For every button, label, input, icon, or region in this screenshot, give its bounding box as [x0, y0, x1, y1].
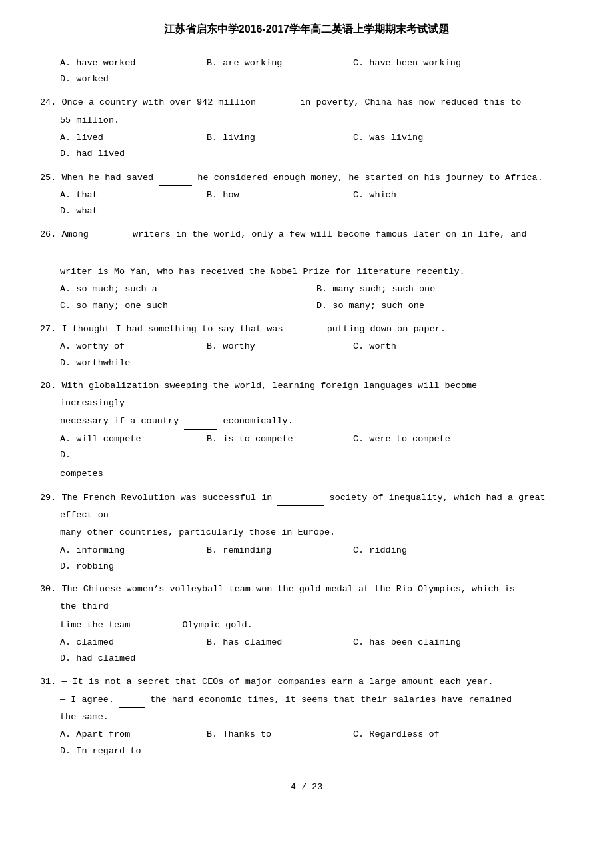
option-d: D. what [60, 203, 193, 219]
question-28: 28. With globalization sweeping the worl… [40, 378, 573, 483]
options-row: A. worthy of B. worthy C. worth D. worth… [60, 339, 573, 371]
question-options-23: A. have worked B. are working C. have be… [40, 55, 573, 88]
option-b: B. living [207, 130, 340, 146]
title-bold: 2016-2017 [239, 23, 290, 35]
question-text: 24. Once a country with over 942 million… [40, 94, 573, 111]
option-b: B. how [207, 187, 340, 203]
question-24: 24. Once a country with over 942 million… [40, 94, 573, 162]
options-row: A. Apart from B. Thanks to C. Regardless… [60, 727, 573, 759]
option-a: A. have worked [60, 55, 193, 71]
blank [159, 169, 192, 186]
title-suffix: 学年高二英语上学期期末考试试题 [289, 23, 449, 35]
question-text: 30. The Chinese women’s volleyball team … [40, 581, 573, 597]
continuation: effect on [60, 507, 573, 523]
blank-line [60, 245, 573, 261]
option-b: B. are working [207, 55, 340, 71]
line3: writer is Mo Yan, who has received the N… [60, 264, 573, 280]
question-30: 30. The Chinese women’s volleyball team … [40, 581, 573, 667]
option-a: A. lived [60, 130, 193, 146]
blank [94, 226, 127, 243]
option-a: A. that [60, 187, 193, 203]
options-row: A. will compete B. is to compete C. were… [60, 431, 573, 464]
continuation: 55 million. [60, 113, 573, 129]
options-row: A. lived B. living C. was living D. had … [60, 130, 573, 163]
options-row: A. that B. how C. which D. what [60, 187, 573, 220]
page-title: 江苏省启东中学2016-2017学年高二英语上学期期末考试试题 [40, 20, 573, 39]
blank [184, 413, 217, 429]
options-row: A. informing B. reminding C. ridding D. … [60, 543, 573, 575]
question-26: 26. Among writers in the world, only a f… [40, 226, 573, 313]
option-c: C. worth [353, 339, 486, 355]
option-b: B. Thanks to [207, 727, 340, 743]
option-a: A. claimed [60, 635, 193, 651]
option-d: D. worked [60, 71, 193, 87]
option-c: C. Regardless of [353, 727, 486, 743]
option-c: C. ridding [353, 543, 486, 559]
line3: necessary if a country economically. [60, 413, 573, 429]
option-d: D. [60, 447, 193, 463]
options-grid: A. so much; such a B. many such; such on… [60, 281, 573, 314]
option-c: C. has been claiming [353, 635, 486, 651]
option-c: C. have been working [353, 55, 486, 71]
page-label: 4 / 23 [291, 782, 323, 792]
option-c: C. were to compete [353, 431, 486, 447]
option-a: A. informing [60, 543, 193, 559]
option-c: C. which [353, 187, 486, 203]
question-25: 25. When he had saved he considered enou… [40, 169, 573, 220]
question-text: 26. Among writers in the world, only a f… [40, 226, 573, 243]
option-b: B. many such; such one [316, 281, 573, 297]
option-d: D. worthwhile [60, 355, 193, 371]
continuation: the same. [60, 709, 573, 725]
blank [119, 691, 145, 708]
blank [289, 321, 322, 337]
option-a: A. worthy of [60, 339, 193, 355]
question-27: 27. I thought I had something to say tha… [40, 321, 573, 371]
line3: many other countries, particularly those… [60, 525, 573, 541]
question-31: 31. — It is not a secret that CEOs of ma… [40, 674, 573, 759]
blank [277, 489, 324, 506]
title-prefix: 江苏省启东中学 [164, 23, 239, 35]
question-text: 27. I thought I had something to say tha… [40, 321, 573, 337]
continuation: increasingly [60, 395, 573, 411]
option-b: B. worthy [207, 339, 340, 355]
option-a: A. Apart from [60, 727, 193, 743]
option-d: D. had claimed [60, 651, 193, 667]
question-text-2: — I agree. the hard economic times, it s… [60, 691, 573, 708]
options-row: A. claimed B. has claimed C. has been cl… [60, 635, 573, 667]
option-d: D. so many; such one [316, 298, 573, 314]
option-c: C. so many; one such [60, 298, 316, 314]
page-number: 4 / 23 [40, 779, 573, 795]
question-text: 25. When he had saved he considered enou… [40, 169, 573, 186]
options-row: A. have worked B. are working C. have be… [60, 55, 573, 88]
question-text: 28. With globalization sweeping the worl… [40, 378, 573, 394]
option-a: A. so much; such a [60, 281, 316, 297]
option-b: B. reminding [207, 543, 340, 559]
question-29: 29. The French Revolution was successful… [40, 489, 573, 575]
option-d: D. In regard to [60, 743, 193, 759]
blank [135, 617, 182, 633]
continuation: the third [60, 599, 573, 615]
option-a: A. will compete [60, 431, 193, 447]
question-text: 29. The French Revolution was successful… [40, 489, 573, 506]
blank [261, 94, 295, 111]
line3: time the team Olympic gold. [60, 617, 573, 633]
option-c: C. was living [353, 130, 486, 146]
option-d: D. had lived [60, 146, 193, 162]
continuation-d: competes [60, 466, 573, 482]
option-b: B. is to compete [207, 431, 340, 447]
question-text-1: 31. — It is not a secret that CEOs of ma… [40, 674, 573, 690]
option-d: D. robbing [60, 559, 193, 575]
option-b: B. has claimed [207, 635, 340, 651]
